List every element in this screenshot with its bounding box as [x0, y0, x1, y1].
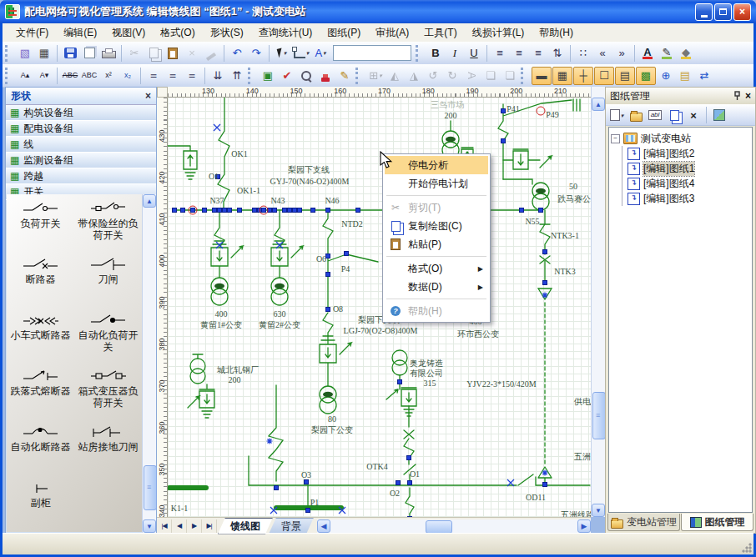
align-left-button[interactable]: ≡ [491, 45, 509, 62]
selection-handle[interactable] [203, 208, 207, 213]
canvas-scroll-down-icon[interactable]: ▼ [592, 504, 605, 517]
new-sheet-button[interactable]: ▾ [607, 107, 626, 123]
open-sheet-button[interactable] [627, 107, 645, 123]
bring-forward-button[interactable]: ❏ [481, 68, 500, 84]
minimize-button[interactable] [695, 3, 713, 21]
context-item-停电分析[interactable]: 停电分析 [385, 156, 488, 174]
selection-handle[interactable] [326, 273, 330, 277]
menu-查询统计(U)[interactable]: 查询统计(U) [252, 23, 320, 43]
selection-handle[interactable] [407, 456, 411, 460]
flip-horizontal-button[interactable]: ◭ [386, 68, 404, 84]
pin-icon[interactable] [733, 91, 742, 101]
underline-button[interactable]: U [465, 45, 483, 62]
rename-sheet-button[interactable]: abl [646, 107, 664, 123]
outdent-button[interactable]: « [593, 45, 612, 62]
pointer-tool-button[interactable]: ▾ [273, 45, 291, 62]
selection-handle[interactable] [345, 252, 349, 256]
font-color-button[interactable]: A [638, 45, 657, 62]
context-item-格式(O)[interactable]: 格式(O)▶ [385, 259, 488, 278]
sheet-settings-button[interactable] [710, 107, 728, 123]
bold-button[interactable]: B [426, 45, 445, 62]
preview-button[interactable] [80, 45, 98, 62]
selection-handle[interactable] [501, 139, 506, 143]
canvas-scroll-right-icon[interactable]: ▶ [577, 519, 591, 533]
properties-button[interactable]: ▤ [676, 68, 694, 84]
new-diagram-button[interactable]: ▧ [16, 45, 34, 62]
selection-handle[interactable] [501, 109, 506, 113]
pointer-mode-button[interactable]: ⇄ [695, 68, 713, 84]
selection-handle[interactable] [539, 208, 543, 213]
copy-button[interactable] [144, 45, 163, 62]
shape-group-跨越[interactable]: ▦跨越 [6, 168, 156, 184]
drawing-canvas[interactable]: 130140150160170180190200210 430420410400… [157, 87, 591, 517]
italic-button[interactable]: I [446, 45, 464, 62]
sheet-nav-3[interactable]: ▶| [202, 519, 217, 533]
space-before-button[interactable]: ⇊ [209, 68, 227, 84]
highlight-color-button[interactable]: ✎ [658, 45, 676, 62]
line-spacing-1-button[interactable]: ＝ [144, 68, 163, 84]
selection-handle[interactable] [543, 281, 547, 285]
align-right-button[interactable]: ≡ [529, 45, 547, 62]
canvas-hscrollbar[interactable]: ◀ ▶ [317, 519, 591, 533]
selection-handle[interactable] [543, 250, 547, 254]
selection-handle[interactable] [253, 208, 257, 213]
menu-视图(V)[interactable]: 视图(V) [105, 23, 152, 43]
font-combo[interactable] [333, 45, 411, 61]
shape-item-knife[interactable]: 刀闸 [74, 255, 142, 311]
context-item-粘贴(P)[interactable]: 粘贴(P) [385, 235, 488, 253]
find-shape-button[interactable] [297, 68, 315, 84]
toggle-pagebreak-button[interactable]: ▤ [615, 67, 635, 85]
tree-item[interactable]: ↴[编辑]图纸2 [611, 146, 750, 161]
shrink-font-button[interactable]: A▾ [35, 68, 53, 84]
connector-tool-button[interactable]: ▾ [292, 45, 310, 62]
menu-线损计算(L)[interactable]: 线损计算(L) [466, 23, 532, 43]
selection-handle[interactable] [326, 308, 330, 312]
flip-vertical-button[interactable]: ◮ [405, 68, 423, 84]
scroll-up-icon[interactable]: ▲ [143, 194, 156, 208]
canvas-scroll-left-icon[interactable]: ◀ [317, 519, 330, 533]
menu-形状(S)[interactable]: 形状(S) [204, 23, 250, 43]
selection-handle[interactable] [543, 483, 547, 487]
tab-变电站管理[interactable]: 变电站管理 [607, 514, 680, 531]
sheet-nav-2[interactable]: ▶ [187, 519, 202, 533]
context-item-帮助(H)[interactable]: ?帮助(H) [385, 302, 488, 320]
selection-handle[interactable] [288, 208, 292, 213]
stamp-audit-button[interactable] [316, 68, 335, 84]
canvas-scroll-up-icon[interactable]: ▲ [592, 98, 605, 111]
line-spacing-3-button[interactable]: ＝ [183, 68, 201, 84]
selection-handle[interactable] [298, 208, 302, 213]
tree-item[interactable]: ↴[编辑]图纸3 [611, 191, 750, 206]
undo-button[interactable]: ↶ [228, 45, 246, 62]
scroll-down-icon[interactable]: ▼ [143, 519, 156, 533]
align-center-button[interactable]: ≡ [510, 45, 528, 62]
canvas-vscroll-thumb[interactable] [592, 392, 606, 439]
context-item-复制绘图(C)[interactable]: 复制绘图(C) [385, 217, 488, 235]
tree-root[interactable]: −测试变电站 [611, 131, 750, 146]
menu-格式(O)[interactable]: 格式(O) [154, 23, 201, 43]
selection-handle[interactable] [408, 517, 412, 518]
selection-handle[interactable] [228, 208, 232, 213]
space-after-button[interactable]: ⇈ [228, 68, 246, 84]
text-tool-button[interactable]: A▾ [311, 45, 330, 62]
save-button[interactable] [61, 45, 79, 62]
shape-item-boxfuse[interactable]: 箱式变压器负荷开关 [74, 367, 142, 423]
selection-handle[interactable] [306, 509, 310, 513]
canvas-vscrollbar[interactable]: ▲ ▼ [591, 87, 605, 517]
subscript-button[interactable]: x₂ [118, 68, 137, 84]
sheet-tab-背景[interactable]: 背景 [269, 518, 314, 534]
toggle-guides-button[interactable]: ┼ [573, 67, 593, 85]
context-item-开始停电计划[interactable]: 开始停电计划 [385, 174, 488, 193]
edit-note-button[interactable]: ✎ [335, 68, 354, 84]
context-item-数据(D)[interactable]: 数据(D)▶ [385, 278, 488, 296]
cut-button[interactable]: ✂ [125, 45, 144, 62]
paste-button[interactable] [164, 45, 182, 62]
selection-handle[interactable] [275, 486, 279, 490]
approve-check-button[interactable]: ✔ [278, 68, 296, 84]
selection-handle[interactable] [213, 208, 217, 213]
send-backward-button[interactable]: ❏ [501, 68, 519, 84]
resize-grip[interactable] [741, 542, 753, 554]
shapes-close-icon[interactable]: × [145, 90, 151, 102]
shape-group-配电设备组[interactable]: ▦配电设备组 [6, 121, 156, 137]
selection-handle[interactable] [398, 380, 402, 384]
grow-font-button[interactable]: A▴ [16, 68, 34, 84]
